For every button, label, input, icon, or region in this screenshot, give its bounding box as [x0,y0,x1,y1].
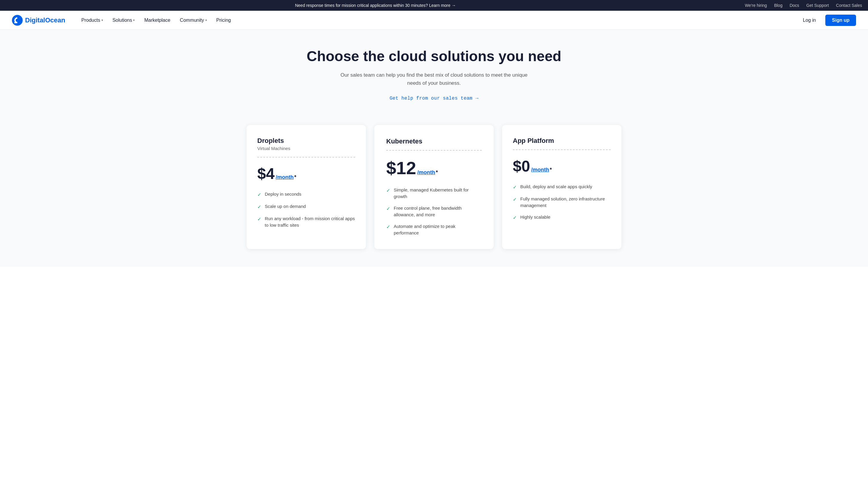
droplets-title: Droplets [257,137,355,145]
check-icon: ✓ [513,196,517,203]
app-platform-price-period: /month [531,167,549,173]
list-item: ✓ Scale up on demand [257,203,355,211]
droplets-features: ✓ Deploy in seconds ✓ Scale up on demand… [257,191,355,229]
card-divider [513,150,611,150]
kubernetes-card: Kubernetes $12 /month * ✓ Simple, manage… [374,125,494,249]
chevron-down-icon: ▾ [101,19,103,22]
navbar: DigitalOcean Products ▾ Solutions ▾ Mark… [0,11,868,30]
nav-links: Products ▾ Solutions ▾ Marketplace Commu… [77,15,798,25]
droplets-subtitle: Virtual Machines [257,146,355,151]
list-item: ✓ Deploy in seconds [257,191,355,198]
list-item: ✓ Run any workload - from mission critic… [257,215,355,229]
hero-cta[interactable]: Get help from our sales team → [390,96,478,101]
banner-link-support[interactable]: Get Support [806,3,829,8]
card-divider [386,150,482,151]
nav-item-solutions[interactable]: Solutions ▾ [108,15,139,25]
banner-link-docs[interactable]: Docs [789,3,799,8]
app-platform-title: App Platform [513,137,611,145]
kubernetes-title: Kubernetes [386,137,482,145]
kubernetes-features: ✓ Simple, managed Kubernetes built for g… [386,187,482,236]
check-icon: ✓ [257,216,261,223]
check-icon: ✓ [257,203,261,211]
login-button[interactable]: Log in [798,15,821,25]
banner-links: We're hiring Blog Docs Get Support Conta… [745,3,862,8]
app-platform-features: ✓ Build, deploy and scale apps quickly ✓… [513,184,611,221]
banner-link-sales[interactable]: Contact Sales [836,3,862,8]
app-platform-price-amount: $0 [513,157,530,175]
app-platform-price-asterisk: * [550,167,552,173]
app-platform-price: $0 /month * [513,157,611,175]
top-banner: Need response times for mission critical… [0,0,868,11]
banner-link-hiring[interactable]: We're hiring [745,3,767,8]
app-platform-card: App Platform $0 /month * ✓ Build, deploy… [502,125,621,249]
nav-item-products[interactable]: Products ▾ [77,15,107,25]
pricing-cards: Droplets Virtual Machines $4 /month * ✓ … [0,113,868,267]
droplets-price-asterisk: * [294,174,297,181]
banner-link-blog[interactable]: Blog [774,3,782,8]
droplets-price-amount: $4 [257,165,275,183]
kubernetes-price-amount: $12 [386,158,416,179]
droplets-card: Droplets Virtual Machines $4 /month * ✓ … [247,125,366,249]
logo-icon [12,15,23,26]
list-item: ✓ Free control plane, free bandwidth all… [386,205,482,218]
list-item: ✓ Build, deploy and scale apps quickly [513,184,611,191]
svg-rect-1 [16,22,17,23]
check-icon: ✓ [386,205,390,213]
banner-message: Need response times for mission critical… [6,3,745,8]
chevron-down-icon: ▾ [133,19,135,22]
list-item: ✓ Simple, managed Kubernetes built for g… [386,187,482,200]
card-divider [257,157,355,158]
hero-subtitle: Our sales team can help you find the bes… [336,71,532,87]
hero-title: Choose the cloud solutions you need [6,48,862,65]
check-icon: ✓ [257,191,261,198]
kubernetes-price-period: /month [417,169,435,176]
check-icon: ✓ [386,223,390,231]
svg-point-0 [12,15,23,26]
signup-button[interactable]: Sign up [825,14,856,26]
check-icon: ✓ [386,187,390,194]
check-icon: ✓ [513,214,517,221]
kubernetes-price-asterisk: * [436,169,438,176]
droplets-price-period: /month [276,174,294,181]
logo[interactable]: DigitalOcean [12,15,65,26]
list-item: ✓ Highly scalable [513,214,611,221]
hero-section: Choose the cloud solutions you need Our … [0,30,868,113]
nav-actions: Log in Sign up [798,14,856,26]
chevron-down-icon: ▾ [205,19,207,22]
kubernetes-price: $12 /month * [386,158,482,179]
droplets-price: $4 /month * [257,165,355,183]
svg-rect-2 [14,22,16,23]
nav-item-marketplace[interactable]: Marketplace [140,15,174,25]
logo-text: DigitalOcean [25,17,65,24]
check-icon: ✓ [513,184,517,191]
list-item: ✓ Fully managed solution, zero infrastru… [513,196,611,209]
nav-item-pricing[interactable]: Pricing [212,15,235,25]
nav-item-community[interactable]: Community ▾ [176,15,211,25]
list-item: ✓ Automate and optimize to peak performa… [386,223,482,236]
